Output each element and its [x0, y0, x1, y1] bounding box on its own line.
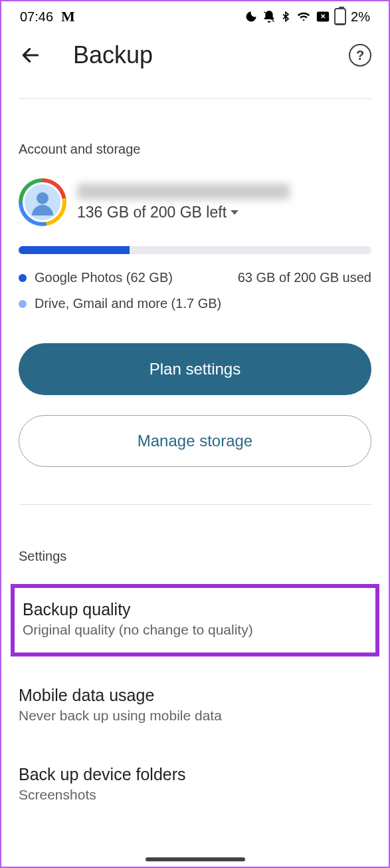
legend-dot-photos: [19, 274, 27, 282]
storage-used-summary: 63 GB of 200 GB used: [238, 270, 371, 285]
page-title: Backup: [73, 41, 349, 69]
device-folders-title: Back up device folders: [19, 765, 371, 784]
avatar: [19, 178, 66, 226]
legend-drive-label: Drive, Gmail and more (1.7 GB): [35, 296, 221, 311]
legend-dot-drive: [19, 300, 27, 308]
moon-icon: [244, 10, 258, 23]
svg-point-2: [37, 192, 49, 204]
bell-off-icon: [262, 10, 276, 23]
backup-quality-title: Backup quality: [23, 600, 367, 619]
app-header: Backup ?: [1, 28, 389, 98]
bluetooth-icon: [280, 9, 291, 24]
settings-section-label: Settings: [1, 549, 389, 584]
data-icon: ✕: [316, 11, 330, 23]
storage-remaining[interactable]: 136 GB of 200 GB left: [77, 204, 290, 221]
mobile-data-title: Mobile data usage: [19, 686, 371, 705]
storage-legend-row-1: Google Photos (62 GB) 63 GB of 200 GB us…: [1, 265, 389, 291]
storage-legend-row-2: Drive, Gmail and more (1.7 GB): [1, 291, 389, 317]
manage-storage-button[interactable]: Manage storage: [19, 415, 371, 467]
wifi-icon: [296, 10, 312, 23]
account-email: [77, 184, 290, 200]
account-section-label: Account and storage: [1, 99, 389, 178]
svg-text:✕: ✕: [320, 13, 326, 20]
status-bar: 07:46 M ✕ 2%: [1, 1, 389, 28]
chevron-down-icon: [231, 210, 239, 215]
battery-percentage: 2%: [351, 9, 370, 25]
home-indicator[interactable]: [146, 857, 245, 861]
legend-photos-label: Google Photos (62 GB): [35, 270, 173, 285]
help-button[interactable]: ?: [349, 44, 371, 67]
device-folders-item[interactable]: Back up device folders Screenshots: [1, 756, 389, 815]
gmail-icon: M: [61, 8, 75, 25]
backup-quality-item[interactable]: Backup quality Original quality (no chan…: [23, 600, 367, 638]
status-time: 07:46: [20, 9, 53, 25]
backup-quality-subtitle: Original quality (no change to quality): [23, 622, 367, 638]
device-folders-subtitle: Screenshots: [19, 787, 371, 803]
account-row[interactable]: 136 GB of 200 GB left: [1, 178, 389, 226]
storage-progress-bar: [19, 246, 371, 254]
backup-quality-highlight: Backup quality Original quality (no chan…: [11, 584, 379, 656]
mobile-data-subtitle: Never back up using mobile data: [19, 708, 371, 724]
mobile-data-item[interactable]: Mobile data usage Never back up using mo…: [1, 676, 389, 736]
back-button[interactable]: [19, 43, 43, 67]
storage-progress-fill: [19, 246, 130, 254]
plan-settings-button[interactable]: Plan settings: [19, 343, 371, 395]
battery-icon: [334, 8, 346, 25]
